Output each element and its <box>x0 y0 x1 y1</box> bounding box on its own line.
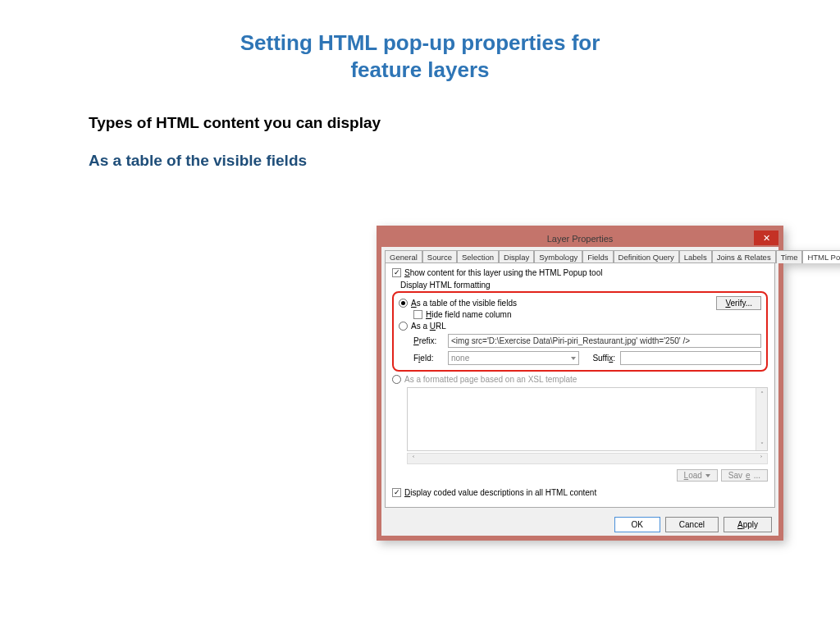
suffix-input[interactable] <box>620 351 761 365</box>
tab-symbology[interactable]: Symbology <box>534 250 582 263</box>
dialog-button-row: OK Cancel Apply <box>381 512 778 536</box>
dialog-title: Layer Properties <box>547 234 614 244</box>
cancel-button[interactable]: Cancel <box>665 517 719 532</box>
hide-field-name-checkbox[interactable] <box>413 310 422 319</box>
radio-table[interactable] <box>399 299 408 308</box>
display-formatting-label: Display HTML formatting <box>400 281 768 290</box>
tab-selection[interactable]: Selection <box>457 250 499 263</box>
prefix-input[interactable] <box>448 334 761 348</box>
tab-display[interactable]: Display <box>499 250 534 263</box>
tab-source[interactable]: Source <box>422 250 457 263</box>
field-combo[interactable]: none <box>448 351 579 365</box>
chevron-down-icon <box>571 357 576 360</box>
tab-panel-html-popup: ✓ Show content for this layer using the … <box>385 262 775 508</box>
layer-properties-dialog: Layer Properties ✕ General Source Select… <box>377 226 783 541</box>
chevron-down-icon <box>705 474 710 477</box>
close-icon: ✕ <box>763 233 770 244</box>
field-label: Field: <box>413 354 443 363</box>
scroll-right-icon: ˃ <box>756 453 767 464</box>
tab-labels[interactable]: Labels <box>679 250 712 263</box>
tab-time[interactable]: Time <box>776 250 803 263</box>
ok-button[interactable]: OK <box>614 517 660 532</box>
tab-definition-query[interactable]: Definition Query <box>614 250 679 263</box>
save-button[interactable]: Save... <box>721 469 768 482</box>
tab-joins-relates[interactable]: Joins & Relates <box>712 250 776 263</box>
prefix-label: Prefix: <box>413 336 443 345</box>
show-content-checkbox[interactable]: ✓ <box>392 268 401 277</box>
radio-xsl[interactable] <box>392 375 401 384</box>
tab-strip: General Source Selection Display Symbolo… <box>381 247 778 263</box>
hide-field-name-label: Hide field name column <box>426 310 512 319</box>
highlighted-region: Verify... As a table of the visible fiel… <box>392 291 768 372</box>
verify-button[interactable]: Verify... <box>716 296 761 310</box>
apply-button[interactable]: Apply <box>724 517 772 532</box>
suffix-label: Suffix: <box>584 354 615 363</box>
display-coded-label: Display coded value descriptions in all … <box>404 488 596 497</box>
close-button[interactable]: ✕ <box>754 231 778 245</box>
scrollbar-horizontal[interactable]: ˂ ˃ <box>407 453 768 464</box>
dialog-titlebar: Layer Properties ✕ <box>381 231 778 247</box>
radio-xsl-label: As a formatted page based on an XSL temp… <box>404 375 577 384</box>
tab-html-popup[interactable]: HTML Popup <box>802 250 840 263</box>
scrollbar-vertical[interactable]: ˄ ˅ <box>756 388 767 450</box>
scroll-left-icon: ˂ <box>408 453 419 464</box>
show-content-label: Show content for this layer using the HT… <box>404 268 602 277</box>
slide-subtitle-1: Types of HTML content you can display <box>89 114 840 132</box>
xsl-template-textarea[interactable]: ˄ ˅ <box>407 387 768 451</box>
radio-table-label: As a table of the visible fields <box>411 299 517 308</box>
slide-subtitle-2: As a table of the visible fields <box>89 152 840 170</box>
radio-url-label: As a URL <box>411 322 446 331</box>
display-coded-checkbox[interactable]: ✓ <box>392 488 401 497</box>
tab-general[interactable]: General <box>385 250 422 263</box>
scroll-down-icon: ˅ <box>756 439 768 450</box>
slide-title: Setting HTML pop-up properties for featu… <box>0 0 840 83</box>
load-button[interactable]: Load <box>677 469 718 482</box>
radio-url[interactable] <box>399 322 408 331</box>
tab-fields[interactable]: Fields <box>582 250 613 263</box>
scroll-up-icon: ˄ <box>756 388 768 399</box>
